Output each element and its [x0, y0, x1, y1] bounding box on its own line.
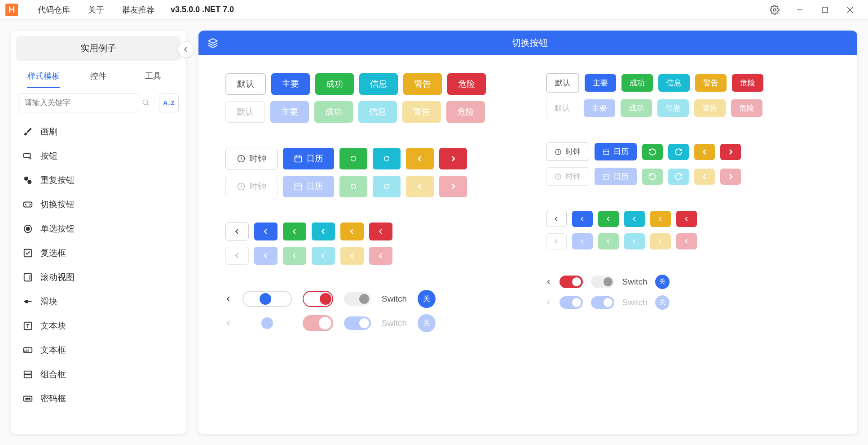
btn-close-circle[interactable]: 关: [418, 290, 436, 308]
btn-icon-info[interactable]: [312, 222, 335, 240]
switch-danger-light[interactable]: [303, 315, 333, 331]
btn-refresh-ccw-sm-light[interactable]: [642, 169, 663, 185]
switch-danger-sm[interactable]: [560, 276, 583, 288]
btn-prev-sm-light[interactable]: [694, 169, 715, 185]
btn-prev-sm[interactable]: [694, 144, 715, 160]
nav-item-combobox[interactable]: 组合框: [18, 362, 179, 387]
btn-clock[interactable]: 时钟: [225, 148, 278, 169]
menu-repository[interactable]: 代码仓库: [29, 4, 79, 15]
tab-tools[interactable]: 工具: [126, 64, 181, 88]
btn-icon-info-light[interactable]: [312, 247, 335, 265]
btn-primary[interactable]: 主要: [271, 73, 310, 95]
btn-icon-primary-light[interactable]: [254, 247, 278, 265]
btn-calendar-light[interactable]: 日历: [283, 176, 334, 197]
settings-button[interactable]: [762, 0, 787, 20]
btn-icon-info-sm[interactable]: [624, 211, 645, 227]
btn-primary-sm-light[interactable]: 主要: [584, 99, 615, 117]
btn-icon-default-light[interactable]: [225, 247, 249, 265]
btn-calendar-sm[interactable]: 日历: [595, 143, 637, 160]
btn-warning-light[interactable]: 警告: [402, 101, 441, 123]
btn-info-light[interactable]: 信息: [358, 101, 397, 123]
nav-item-password[interactable]: 密码框: [18, 387, 179, 411]
btn-icon-primary[interactable]: [254, 222, 278, 240]
nav-item-repeat-button[interactable]: 重复按钮: [18, 168, 179, 192]
sidebar-collapse-button[interactable]: [178, 41, 194, 58]
btn-default-sm-light[interactable]: 默认: [546, 99, 578, 117]
btn-icon-default[interactable]: [225, 222, 249, 240]
btn-warning-sm[interactable]: 警告: [695, 74, 727, 92]
btn-warning-sm-light[interactable]: 警告: [694, 99, 726, 117]
btn-icon-danger-sm-light[interactable]: [676, 233, 697, 249]
nav-item-button[interactable]: 按钮: [18, 144, 179, 168]
btn-danger-light[interactable]: 危险: [446, 101, 485, 123]
btn-refresh-cw-light[interactable]: [373, 176, 401, 197]
maximize-button[interactable]: [812, 0, 837, 20]
nav-item-textblock[interactable]: T文本块: [18, 314, 179, 338]
btn-next-sm-light[interactable]: [720, 169, 741, 185]
btn-next-light[interactable]: [439, 176, 467, 197]
btn-icon-warning-sm[interactable]: [650, 211, 671, 227]
btn-icon-success-sm[interactable]: [598, 211, 619, 227]
btn-primary-sm[interactable]: 主要: [585, 74, 616, 92]
btn-icon-success-sm-light[interactable]: [598, 233, 619, 249]
btn-refresh-ccw[interactable]: [339, 148, 367, 169]
btn-success-sm[interactable]: 成功: [621, 74, 653, 92]
btn-prev-light[interactable]: [406, 176, 434, 197]
btn-next[interactable]: [439, 148, 467, 169]
sort-button[interactable]: A↓Z: [159, 93, 179, 112]
btn-clock-light[interactable]: 时钟: [225, 176, 278, 197]
btn-icon-warning[interactable]: [340, 222, 364, 240]
switch-outline-primary[interactable]: [242, 291, 292, 307]
switch-outline-danger[interactable]: [303, 291, 333, 307]
btn-icon-default-sm[interactable]: [546, 211, 567, 227]
btn-close-circle-light[interactable]: 关: [418, 314, 436, 332]
btn-icon-danger-sm[interactable]: [676, 211, 697, 227]
menu-about[interactable]: 关于: [79, 4, 113, 15]
close-button[interactable]: [837, 0, 863, 20]
minimize-button[interactable]: [787, 0, 812, 20]
btn-refresh-ccw-sm[interactable]: [642, 144, 663, 160]
btn-success-sm-light[interactable]: 成功: [621, 99, 652, 117]
btn-clock-sm[interactable]: 时钟: [546, 142, 589, 161]
btn-clock-sm-light[interactable]: 时钟: [546, 167, 589, 186]
btn-info-sm[interactable]: 信息: [658, 74, 690, 92]
btn-default-light[interactable]: 默认: [225, 101, 265, 123]
nav-item-brush[interactable]: 画刷: [18, 120, 179, 144]
btn-close-circle-sm-light[interactable]: 关: [655, 295, 670, 310]
switch-primary-light[interactable]: [344, 316, 371, 330]
nav-item-scroll-view[interactable]: 滚动视图: [18, 265, 179, 289]
nav-item-checkbox[interactable]: 复选框: [18, 241, 179, 265]
btn-success[interactable]: 成功: [315, 73, 354, 95]
nav-item-radio-button[interactable]: 单选按钮: [18, 217, 179, 241]
btn-icon-danger[interactable]: [369, 222, 392, 240]
btn-danger-sm[interactable]: 危险: [732, 74, 763, 92]
switch-dot-light[interactable]: [261, 317, 273, 329]
btn-prev[interactable]: [406, 148, 434, 169]
btn-refresh-cw-sm[interactable]: [668, 144, 689, 160]
btn-icon-success-light[interactable]: [283, 247, 306, 265]
btn-refresh-cw-sm-light[interactable]: [668, 169, 689, 185]
menu-recommend[interactable]: 群友推荐: [113, 4, 163, 15]
nav-item-textbox[interactable]: abl文本框: [18, 338, 179, 362]
btn-calendar-sm-light[interactable]: 日历: [595, 168, 637, 185]
btn-warning[interactable]: 警告: [403, 73, 442, 95]
btn-info-sm-light[interactable]: 信息: [657, 99, 689, 117]
btn-danger[interactable]: 危险: [447, 73, 486, 95]
switch-off-grey-sm[interactable]: [591, 276, 614, 288]
btn-success-light[interactable]: 成功: [314, 101, 353, 123]
btn-danger-sm-light[interactable]: 危险: [731, 99, 762, 117]
switch-primary-light-sm[interactable]: [560, 296, 583, 309]
nav-item-toggle-button[interactable]: 切换按钮: [18, 192, 179, 217]
btn-info[interactable]: 信息: [359, 73, 398, 95]
search-input[interactable]: [18, 93, 138, 112]
tab-style-template[interactable]: 样式模板: [16, 64, 71, 88]
btn-icon-primary-sm[interactable]: [572, 211, 593, 227]
btn-calendar[interactable]: 日历: [283, 148, 334, 169]
btn-close-circle-sm[interactable]: 关: [655, 275, 670, 289]
sidebar-title[interactable]: 实用例子: [16, 36, 181, 61]
tab-controls[interactable]: 控件: [71, 64, 126, 88]
btn-icon-info-sm-light[interactable]: [624, 233, 645, 249]
nav-item-slider[interactable]: 滑块: [18, 289, 179, 314]
btn-primary-light[interactable]: 主要: [270, 101, 309, 123]
btn-icon-primary-sm-light[interactable]: [572, 233, 593, 249]
